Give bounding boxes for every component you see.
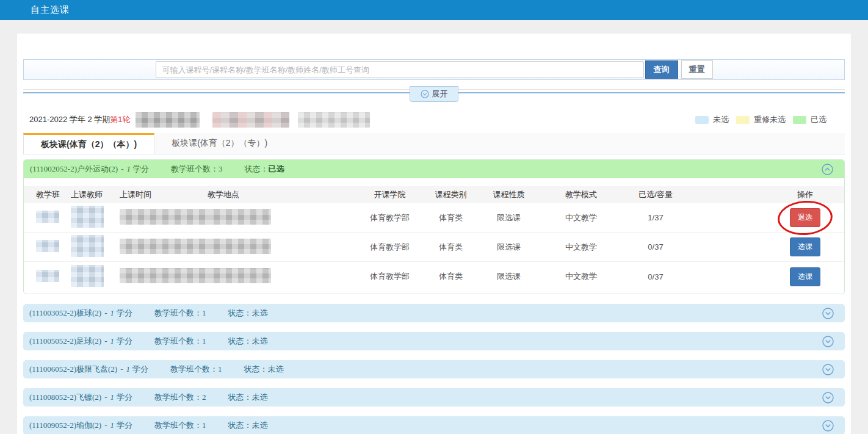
search-input[interactable]: [156, 61, 644, 78]
dash: -: [104, 392, 107, 402]
dash: -: [104, 336, 107, 346]
course-panel-collapsed: (111003052-2)板球(2) - 1 学分 教学班个数：1 状态：未选: [23, 304, 845, 322]
course-status: 状态：已选: [245, 164, 284, 175]
course-panel-expanded: (111002052-2)户外运动(2) - 1 学分 教学班个数：3 状态：已…: [23, 159, 845, 294]
course-credit: 1: [110, 308, 115, 318]
reset-button[interactable]: 重置: [681, 60, 713, 79]
redacted-class-time: [120, 209, 212, 225]
category-cell: 体育类: [422, 212, 480, 223]
col-header-place: 教学地点: [202, 189, 358, 200]
category-cell: 体育类: [422, 271, 480, 282]
course-panel-collapsed: (111008052-2)飞镖(2) - 1 学分 教学班个数：2 状态：未选: [23, 388, 845, 407]
redacted-class-place: [208, 268, 271, 283]
redacted-student-info: [298, 112, 370, 128]
course-credit: 1: [126, 364, 131, 374]
course-heading-selected[interactable]: (111002052-2)户外运动(2) - 1 学分 教学班个数：3 状态：已…: [24, 160, 844, 178]
mode-cell: 中文教学: [538, 212, 624, 223]
course-heading-cricket[interactable]: (111003052-2)板球(2) - 1 学分 教学班个数：1 状态：未选: [23, 304, 845, 322]
dash: -: [120, 364, 123, 374]
course-panel-collapsed: (111005052-2)足球(2) - 1 学分 教学班个数：1 状态：未选: [23, 332, 845, 350]
chevron-down-circle-icon[interactable]: [822, 364, 834, 375]
redacted-class-name: [36, 240, 59, 252]
select-course-button[interactable]: 选课: [790, 267, 820, 286]
class-table: 教学班 上课教师 上课时间 教学地点 开课学院 课程类别 课程性质 教学模式 已…: [24, 178, 844, 294]
course-credit: 1: [110, 336, 115, 346]
course-credit: 1: [110, 392, 115, 402]
course-name: (111006052-2)极限飞盘(2): [29, 364, 117, 375]
course-status: 状态：未选: [244, 364, 284, 375]
nature-cell: 限选课: [480, 242, 538, 253]
tab-pe-undergraduate[interactable]: 板块课(体育（2）（本）): [23, 133, 154, 154]
class-count: 教学班个数：1: [154, 336, 206, 347]
chevron-up-circle-icon[interactable]: [822, 164, 833, 175]
status-legend: 未选 重修未选 已选: [695, 114, 839, 125]
course-name: (111009052-2)瑜伽(2): [29, 420, 101, 431]
drop-course-button[interactable]: 退选: [790, 208, 820, 227]
course-heading-darts[interactable]: (111008052-2)飞镖(2) - 1 学分 教学班个数：2 状态：未选: [23, 388, 845, 407]
course-panel-collapsed: (111009052-2)瑜伽(2) - 1 学分 教学班个数：1 状态：未选: [23, 416, 845, 434]
term-label: 2021-2022 学年 2 学期: [29, 114, 110, 125]
search-panel: 查询 重置: [23, 59, 845, 80]
main-content-card: 查询 重置 展开 2021-2022 学年 2 学期 第1轮 未选: [17, 34, 851, 434]
nature-cell: 限选课: [480, 212, 538, 223]
course-heading-ultimate-frisbee[interactable]: (111006052-2)极限飞盘(2) - 1 学分 教学班个数：1 状态：未…: [23, 360, 845, 378]
course-status: 状态：未选: [228, 308, 268, 319]
chevron-down-circle-icon[interactable]: [822, 420, 834, 432]
tab-label: 板块课(体育（2）（专）): [172, 138, 267, 149]
course-status: 状态：未选: [228, 336, 268, 347]
query-button[interactable]: 查询: [645, 60, 678, 79]
course-credit: 1: [127, 164, 131, 174]
col-header-college: 开课学院: [358, 189, 422, 200]
course-status: 状态：未选: [228, 420, 268, 431]
tab-pe-vocational[interactable]: 板块课(体育（2）（专）): [154, 133, 284, 154]
course-credit: 1: [110, 421, 115, 430]
table-row: 体育教学部 体育类 限选课 中文教学 0/37 选课: [24, 233, 844, 262]
table-row: 体育教学部 体育类 限选课 中文教学 1/37 退选: [24, 203, 844, 233]
course-heading-soccer[interactable]: (111005052-2)足球(2) - 1 学分 教学班个数：1 状态：未选: [23, 332, 845, 350]
col-header-action: 操作: [687, 189, 844, 200]
chevron-down-circle-icon[interactable]: [822, 336, 834, 347]
redacted-class-name: [36, 211, 59, 223]
college-cell: 体育教学部: [358, 271, 422, 282]
credit-unit: 学分: [117, 420, 132, 431]
legend-label: 已选: [811, 114, 826, 125]
dash: -: [104, 421, 107, 430]
dash: -: [121, 164, 123, 174]
class-count: 教学班个数：1: [154, 308, 206, 319]
chevron-down-circle-icon[interactable]: [822, 308, 834, 319]
class-count: 教学班个数：3: [171, 164, 223, 175]
capacity-cell: 0/37: [624, 242, 687, 251]
legend-item-retake-unselected: 重修未选: [736, 114, 786, 125]
capacity-cell: 1/37: [624, 213, 687, 222]
expand-button[interactable]: 展开: [410, 86, 458, 102]
selected-swatch: [793, 116, 806, 124]
credit-unit: 学分: [117, 308, 132, 319]
legend-item-selected: 已选: [793, 114, 826, 125]
credit-unit: 学分: [117, 392, 132, 403]
select-course-button[interactable]: 选课: [790, 237, 820, 256]
col-header-nature: 课程性质: [480, 189, 538, 200]
redacted-class-place: [208, 239, 271, 254]
redacted-class-name: [36, 270, 59, 282]
class-count: 教学班个数：1: [154, 420, 206, 431]
dash: -: [104, 308, 107, 318]
class-count: 教学班个数：2: [154, 392, 206, 403]
category-cell: 体育类: [422, 242, 480, 253]
legend-label: 未选: [713, 114, 729, 125]
table-header-row: 教学班 上课教师 上课时间 教学地点 开课学院 课程类别 课程性质 教学模式 已…: [24, 186, 844, 203]
course-name: (111003052-2)板球(2): [29, 308, 101, 319]
mode-cell: 中文教学: [538, 242, 624, 253]
table-row: 体育教学部 体育类 限选课 中文教学 0/37 选课: [24, 262, 844, 291]
credit-unit: 学分: [133, 164, 149, 175]
course-panel-collapsed: (111006052-2)极限飞盘(2) - 1 学分 教学班个数：1 状态：未…: [23, 360, 845, 378]
chevron-down-circle-icon[interactable]: [822, 392, 834, 403]
tab-label: 板块课(体育（2）（本）): [41, 139, 137, 150]
course-heading-yoga[interactable]: (111009052-2)瑜伽(2) - 1 学分 教学班个数：1 状态：未选: [23, 416, 845, 434]
filter-divider: 展开: [23, 80, 845, 102]
col-header-category: 课程类别: [422, 189, 480, 200]
college-cell: 体育教学部: [358, 212, 422, 223]
redacted-teacher-name: [71, 206, 104, 228]
course-status: 状态：未选: [228, 392, 268, 403]
unselected-swatch: [695, 116, 709, 124]
page-title: 自主选课: [31, 4, 70, 16]
